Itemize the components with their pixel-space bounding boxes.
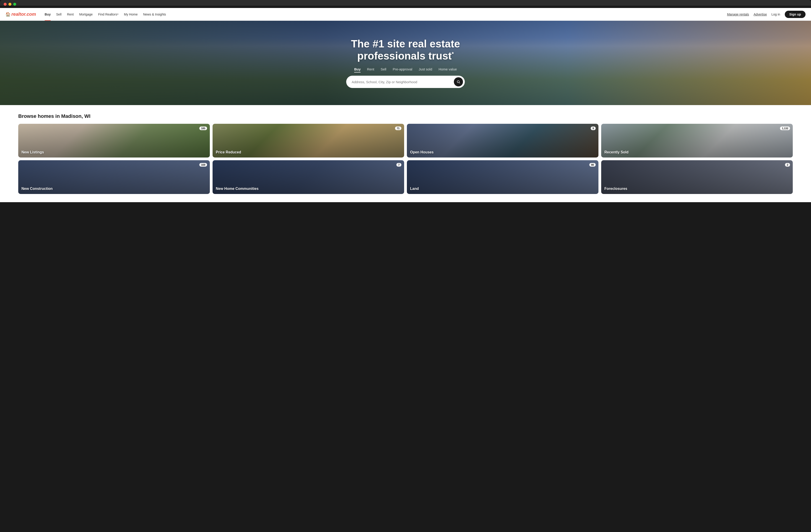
card-overlay bbox=[18, 124, 210, 157]
traffic-lights bbox=[4, 3, 807, 6]
maximize-button[interactable] bbox=[13, 3, 16, 6]
browse-section: Browse homes in Madison, WI 185 New List… bbox=[0, 105, 811, 202]
nav-sell[interactable]: Sell bbox=[54, 8, 64, 21]
card-label-new-construction: New Construction bbox=[21, 187, 53, 191]
nav-buy[interactable]: Buy bbox=[42, 8, 53, 21]
search-button[interactable] bbox=[454, 77, 463, 87]
browse-title: Browse homes in Madison, WI bbox=[18, 113, 793, 119]
search-tab-rent[interactable]: Rent bbox=[367, 67, 374, 73]
card-count-recently-sold: 1,132 bbox=[780, 126, 790, 130]
nav-right: Manage rentals Advertise Log in Sign up bbox=[727, 11, 806, 18]
nav-signup-button[interactable]: Sign up bbox=[785, 11, 806, 18]
card-new-home-communities[interactable]: 7 New Home Communities bbox=[213, 160, 404, 194]
card-foreclosures[interactable]: 2 Foreclosures bbox=[601, 160, 793, 194]
card-label-new-listings: New Listings bbox=[21, 150, 44, 154]
card-overlay bbox=[407, 124, 598, 157]
card-count-new-construction: 169 bbox=[199, 163, 207, 167]
minimize-button[interactable] bbox=[9, 3, 11, 6]
card-count-new-home-communities: 7 bbox=[396, 163, 401, 167]
svg-line-1 bbox=[459, 82, 460, 83]
nav-login-button[interactable]: Log in bbox=[771, 13, 780, 16]
search-tab-sell[interactable]: Sell bbox=[381, 67, 386, 73]
card-label-land: Land bbox=[410, 187, 419, 191]
logo[interactable]: 🏠 realtor.com bbox=[5, 12, 36, 17]
nav-mortgage[interactable]: Mortgage bbox=[77, 8, 95, 21]
search-input[interactable] bbox=[352, 80, 454, 84]
card-count-open-houses: 9 bbox=[591, 126, 596, 130]
hero-content: The #1 site real estate professionals tr… bbox=[346, 38, 465, 88]
card-label-foreclosures: Foreclosures bbox=[605, 187, 627, 191]
search-tab-just-sold[interactable]: Just sold bbox=[419, 67, 432, 73]
card-overlay bbox=[407, 160, 598, 194]
search-tabs: Buy Rent Sell Pre-approval Just sold Hom… bbox=[346, 67, 465, 73]
nav-find-realtors[interactable]: Find Realtors® bbox=[96, 8, 121, 21]
nav-my-home[interactable]: My Home bbox=[122, 8, 140, 21]
card-price-reduced[interactable]: 71 Price Reduced bbox=[213, 124, 404, 157]
card-new-listings[interactable]: 185 New Listings bbox=[18, 124, 210, 157]
card-overlay bbox=[601, 160, 793, 194]
logo-text: realtor.com bbox=[11, 12, 36, 17]
search-bar bbox=[346, 76, 465, 88]
nav-manage-rentals[interactable]: Manage rentals bbox=[727, 13, 749, 16]
logo-house-icon: 🏠 bbox=[5, 12, 11, 17]
card-label-open-houses: Open Houses bbox=[410, 150, 433, 154]
card-label-recently-sold: Recently Sold bbox=[605, 150, 629, 154]
card-count-new-listings: 185 bbox=[199, 126, 207, 130]
card-land[interactable]: 98 Land bbox=[407, 160, 598, 194]
navbar: 🏠 realtor.com Buy Sell Rent Mortgage Fin… bbox=[0, 8, 811, 21]
hero-section: The #1 site real estate professionals tr… bbox=[0, 21, 811, 105]
search-tab-home-value[interactable]: Home value bbox=[439, 67, 457, 73]
card-count-foreclosures: 2 bbox=[785, 163, 790, 167]
hero-title: The #1 site real estate professionals tr… bbox=[346, 38, 465, 62]
card-overlay bbox=[213, 124, 404, 157]
search-tab-buy[interactable]: Buy bbox=[354, 67, 361, 73]
card-count-land: 98 bbox=[589, 163, 596, 167]
card-open-houses[interactable]: 9 Open Houses bbox=[407, 124, 598, 157]
search-tab-pre-approval[interactable]: Pre-approval bbox=[393, 67, 412, 73]
card-count-price-reduced: 71 bbox=[395, 126, 401, 130]
search-icon bbox=[457, 80, 460, 84]
nav-links: Buy Sell Rent Mortgage Find Realtors® My… bbox=[42, 8, 727, 21]
card-label-new-home-communities: New Home Communities bbox=[216, 187, 259, 191]
cards-grid: 185 New Listings 71 Price Reduced 9 Open… bbox=[18, 124, 793, 194]
nav-news[interactable]: News & Insights bbox=[141, 8, 168, 21]
card-new-construction[interactable]: 169 New Construction bbox=[18, 160, 210, 194]
card-recently-sold[interactable]: 1,132 Recently Sold bbox=[601, 124, 793, 157]
svg-point-0 bbox=[457, 81, 459, 83]
nav-advertise[interactable]: Advertise bbox=[753, 13, 767, 16]
card-overlay bbox=[601, 124, 793, 157]
card-label-price-reduced: Price Reduced bbox=[216, 150, 241, 154]
nav-rent[interactable]: Rent bbox=[65, 8, 76, 21]
close-button[interactable] bbox=[4, 3, 6, 6]
